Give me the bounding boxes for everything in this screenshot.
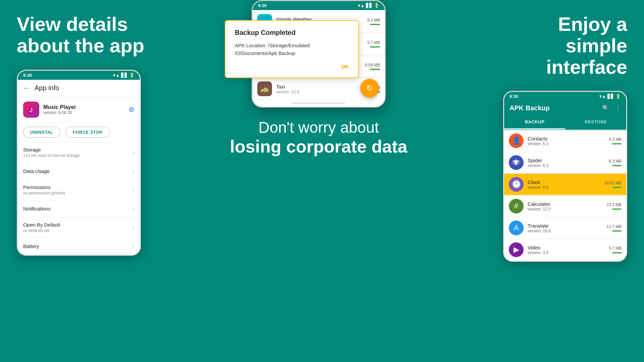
menu-item-left-2: Permissions no permissions granted	[23, 184, 65, 195]
right-app-icon: #	[509, 199, 524, 214]
menu-item[interactable]: Data Usage ›	[18, 163, 140, 180]
right-app-icon: 🕐	[509, 177, 524, 192]
right-app-version: version: 6.3	[528, 141, 605, 146]
chevron-icon: ›	[132, 149, 135, 156]
right-list-item[interactable]: 🕷 Spider version: 6.3 8.3 MB	[504, 152, 626, 174]
right-wifi-icon: ▾▲	[599, 94, 606, 99]
menu-item[interactable]: Open By Default no defaults set ›	[18, 217, 140, 238]
right-panel: Enjoy a simple interface 9:30 ▾▲ ▋▋ 🔋 AP…	[476, 0, 644, 362]
right-title-line2: simple interface	[546, 35, 627, 78]
center-signal-icon: ▋▋	[366, 3, 373, 8]
menu-item[interactable]: Battery ›	[18, 238, 140, 255]
right-size-bar	[612, 187, 622, 188]
right-app-version: version: 6.0	[528, 185, 600, 190]
right-app-version: version: 6.3	[528, 163, 605, 168]
right-app-icon: 🕷	[509, 155, 524, 170]
left-panel: View details about the app 9:30 ▾▲ ▋▋ 🔋 …	[0, 0, 161, 362]
right-app-name: Translate	[528, 223, 602, 229]
bottom-text: Don't worry about losing corporate data	[217, 110, 421, 165]
tabs-bar: BACKUP RESTORE	[504, 115, 626, 130]
right-size-text: 8.3 MB	[609, 137, 622, 142]
right-title: Enjoy a simple interface	[486, 13, 627, 77]
menu-item[interactable]: Permissions no permissions granted ›	[18, 180, 140, 200]
action-buttons: UNINSTAL FORCE STOP	[18, 123, 140, 142]
menu-item-title: Open By Default	[23, 222, 60, 228]
menu-list: Storage 113 mb used of internal storage …	[18, 142, 140, 255]
app-list-info: Taxi version: 12.9	[276, 84, 366, 94]
right-phone: 9:30 ▾▲ ▋▋ 🔋 APK Backup 🔍 ⋮ BACKUP RESTO…	[503, 91, 627, 262]
chevron-icon: ›	[132, 168, 135, 175]
force-stop-button[interactable]: FORCE STOP	[66, 127, 110, 138]
right-size-block: 8.3 MB	[609, 159, 622, 166]
right-size-block: 12.7 MB	[606, 224, 622, 232]
right-app-icon: 👤	[509, 133, 524, 148]
right-app-name: Video	[528, 245, 605, 250]
right-list-item[interactable]: 🕐 Clock version: 6.0 10.02 MB	[504, 174, 626, 195]
bottom-text-line1: Don't worry about	[230, 118, 408, 136]
status-time: 9:30	[23, 73, 32, 78]
right-size-block: 10.02 MB	[604, 181, 622, 188]
chevron-icon: ›	[132, 186, 135, 193]
right-list-item[interactable]: ▶ Video version: 3.8 5.7 MB	[504, 239, 626, 261]
menu-item-left-5: Battery	[23, 243, 39, 249]
right-list-item[interactable]: 👤 Contacts version: 6.3 8.3 MB	[504, 130, 626, 152]
uninstall-button[interactable]: UNINSTAL	[23, 127, 60, 138]
scroll-indicator	[292, 103, 345, 104]
right-app-name: Spider	[528, 158, 605, 163]
signal-icon: ▋▋	[121, 73, 128, 78]
right-size-bar	[612, 143, 622, 144]
backup-dialog: Backup Completed APK Location: /Storage/…	[225, 20, 359, 78]
app-version: version: 8.06.28	[43, 110, 76, 115]
right-status-icons: ▾▲ ▋▋ 🔋	[599, 94, 621, 99]
dialog-body: APK Location: /Storage/Emulated /O/Docum…	[235, 42, 349, 57]
right-size-block: 5.7 MB	[609, 246, 622, 253]
menu-item[interactable]: Storage 113 mb used of internal storage …	[18, 142, 140, 163]
right-size-text: 8.3 MB	[609, 159, 622, 164]
menu-item-left-4: Open By Default no defaults set	[23, 222, 60, 233]
right-app-info: Video version: 3.8	[528, 245, 605, 255]
menu-item-title: Battery	[23, 243, 39, 249]
right-battery-icon: 🔋	[615, 94, 621, 99]
app-list-size-block: 8.3 MB	[367, 18, 380, 25]
settings-gear-icon[interactable]: ⚙	[128, 106, 135, 114]
right-app-icon: A	[509, 221, 524, 235]
center-status-bar: 9:30 ▾▲ ▋▋ 🔋	[253, 1, 385, 10]
right-app-info: Spider version: 6.3	[528, 158, 605, 168]
right-app-icon: ▶	[509, 242, 524, 257]
chevron-icon: ›	[132, 205, 135, 212]
right-app-version: version: 3.8	[528, 250, 605, 255]
left-title: View details about the app	[17, 13, 144, 56]
size-bar	[370, 46, 380, 48]
app-list-icon: 🚕	[257, 81, 272, 96]
dialog-ok-button[interactable]: OK	[235, 64, 349, 69]
right-app-name: Contacts	[528, 136, 605, 141]
menu-item[interactable]: Notifications ›	[18, 200, 140, 217]
center-status-time: 9:30	[258, 3, 267, 8]
search-icon[interactable]: 🔍	[602, 105, 609, 112]
tab-restore[interactable]: RESTORE	[565, 115, 626, 129]
chevron-icon: ›	[132, 224, 135, 231]
fab-refresh-button[interactable]: ↻	[360, 79, 379, 98]
tab-backup[interactable]: BACKUP	[504, 115, 565, 129]
app-list-version: version: 12.9	[276, 89, 366, 94]
right-size-bar	[612, 165, 622, 166]
right-list-item[interactable]: # Calculator version: 12.2 23.3 MB	[504, 195, 626, 217]
left-title-line1: View details	[17, 13, 128, 35]
center-wifi-icon: ▾▲	[358, 3, 365, 8]
dialog-title: Backup Completed	[235, 29, 349, 37]
right-status-bar: 9:30 ▾▲ ▋▋ 🔋	[504, 92, 626, 101]
right-list-item[interactable]: A Translate version: 16.8 12.7 MB	[504, 217, 626, 239]
app-list-size: 8.09 MB	[365, 63, 380, 67]
back-arrow-icon[interactable]: ←	[23, 84, 31, 93]
app-list-size-block: 5.7 MB	[367, 40, 380, 48]
app-icon: ♪	[23, 102, 39, 118]
app-list-size: 5.7 MB	[367, 40, 380, 45]
size-bar	[370, 24, 380, 25]
menu-item-sub: 113 mb used of internal storage	[23, 153, 80, 158]
menu-item-title: Data Usage	[23, 168, 50, 174]
more-options-icon[interactable]: ⋮	[615, 105, 621, 112]
right-app-name: Clock	[528, 179, 600, 185]
right-size-bar	[612, 208, 622, 210]
app-list-name: Taxi	[276, 84, 366, 89]
menu-item-left-3: Notifications	[23, 206, 51, 212]
